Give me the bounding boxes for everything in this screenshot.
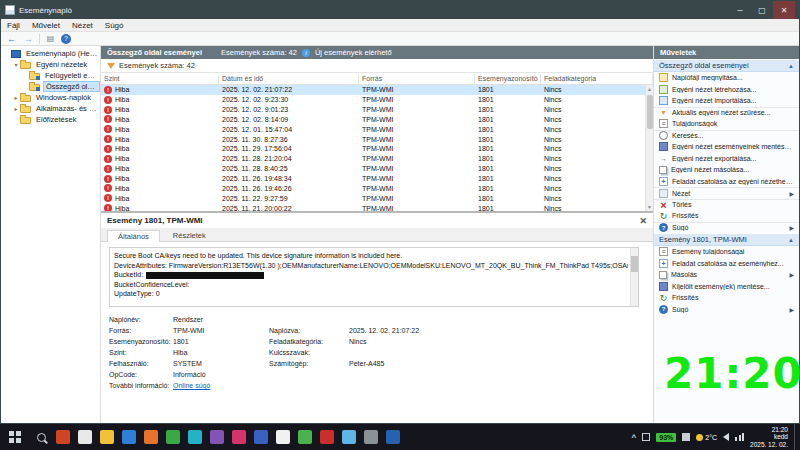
toolbar-help-icon[interactable] [61, 34, 71, 44]
menu-item[interactable]: Művelet [26, 21, 66, 30]
volume-icon[interactable] [723, 433, 729, 441]
taskbar-app-button[interactable] [294, 424, 316, 450]
column-header[interactable]: Forrás [359, 74, 475, 84]
event-row[interactable]: Hiba 2025. 12. 02. 9:23:30 TPM-WMI 1801 … [101, 95, 645, 105]
event-row[interactable]: Hiba 2025. 12. 02. 21:07:22 TPM-WMI 1801… [101, 85, 645, 95]
event-row[interactable]: Hiba 2025. 11. 30. 8:27:36 TPM-WMI 1801 … [101, 134, 645, 144]
tree-item[interactable]: Eseménynapló (Helyi) [1, 48, 100, 59]
action-item[interactable]: Feladat csatolása az eseményhez... [654, 258, 799, 270]
tray-icon[interactable] [682, 433, 690, 441]
event-row[interactable]: Hiba 2025. 11. 28. 21:20:04 TPM-WMI 1801… [101, 154, 645, 164]
taskbar-clock[interactable]: 21:20 kedd 2025. 12. 02. [750, 426, 788, 449]
taskbar-app-button[interactable] [382, 424, 404, 450]
taskbar-app-button[interactable] [272, 424, 294, 450]
back-icon[interactable] [5, 33, 18, 44]
action-item[interactable]: Feladat csatolása az egyéni nézethez... [654, 176, 799, 188]
tree-item[interactable]: Felügyeleti események [1, 70, 100, 81]
show-desktop-button[interactable] [794, 424, 798, 450]
scroll-down-icon[interactable] [647, 203, 652, 211]
start-button[interactable] [0, 424, 30, 450]
action-item[interactable]: Esemény tulajdonságai [654, 246, 799, 258]
scroll-up-icon[interactable] [647, 85, 652, 93]
expand-arrow-icon[interactable]: ▸ [12, 105, 20, 112]
forward-icon[interactable] [22, 33, 35, 44]
taskbar-app-button[interactable] [118, 424, 140, 450]
event-row[interactable]: Hiba 2025. 11. 26. 19:48:34 TPM-WMI 1801… [101, 174, 645, 184]
action-item[interactable]: Egyéni nézet eseményeinek mentése más... [654, 141, 799, 153]
network-icon[interactable] [735, 433, 744, 441]
action-item[interactable]: Egyéni nézet importálása... [654, 95, 799, 107]
hidden-icons-icon[interactable] [632, 433, 637, 442]
action-group-header[interactable]: Összegző oldal eseményei [654, 59, 799, 72]
scrollbar-thumb[interactable] [647, 95, 653, 129]
close-detail-icon[interactable] [639, 216, 647, 226]
action-item[interactable]: Nézet [654, 187, 799, 199]
action-item[interactable]: Tulajdonságok [654, 118, 799, 130]
collapse-icon[interactable] [788, 237, 794, 243]
action-item[interactable]: Súgó [654, 304, 799, 316]
event-row[interactable]: Hiba 2025. 12. 01. 15:47:04 TPM-WMI 1801… [101, 124, 645, 134]
taskbar-app-button[interactable] [360, 424, 382, 450]
event-row[interactable]: Hiba 2025. 12. 02. 9:01:23 TPM-WMI 1801 … [101, 105, 645, 115]
taskbar-app-button[interactable] [250, 424, 272, 450]
detail-tab[interactable]: Részletek [162, 229, 217, 241]
maximize-button[interactable] [751, 1, 773, 19]
taskbar-app-button[interactable] [206, 424, 228, 450]
event-row[interactable]: Hiba 2025. 11. 22. 9:27:59 TPM-WMI 1801 … [101, 193, 645, 203]
action-item[interactable]: Frissítés [654, 210, 799, 222]
event-row[interactable]: Hiba 2025. 12. 02. 8:14:09 TPM-WMI 1801 … [101, 115, 645, 125]
battery-indicator[interactable]: 93% [656, 433, 676, 442]
menu-item[interactable]: Fájl [1, 21, 26, 30]
taskbar-app-button[interactable] [184, 424, 206, 450]
action-group-header[interactable]: Esemény 1801, TPM-WMI [654, 233, 799, 246]
menu-item[interactable]: Nézet [66, 21, 99, 30]
action-item[interactable]: Egyéni nézet exportálása... [654, 153, 799, 165]
action-item[interactable]: Egyéni nézet másolása... [654, 164, 799, 176]
column-header[interactable]: Dátum és idő [219, 74, 359, 84]
taskbar-app-button[interactable] [316, 424, 338, 450]
column-header[interactable]: Eseményazonosító [475, 74, 541, 84]
action-item[interactable]: Súgó [654, 222, 799, 234]
action-item[interactable]: Törlés [654, 199, 799, 211]
taskbar-app-button[interactable] [74, 424, 96, 450]
action-item[interactable]: Kijelölt esemény(ek) mentése... [654, 281, 799, 293]
action-item[interactable]: Aktuális egyéni nézet szűrése... [654, 107, 799, 119]
collapse-icon[interactable] [788, 63, 794, 69]
action-item[interactable]: Egyéni nézet létrehozása... [654, 84, 799, 96]
weather-indicator[interactable]: 2°C [696, 434, 717, 441]
event-row[interactable]: Hiba 2025. 11. 26. 19:46:26 TPM-WMI 1801… [101, 183, 645, 193]
event-row[interactable]: Hiba 2025. 11. 21. 20:00:22 TPM-WMI 1801… [101, 203, 645, 211]
column-header[interactable]: Feladatkategória [541, 74, 653, 84]
taskbar-app-button[interactable] [338, 424, 360, 450]
action-item[interactable]: Frissítés [654, 292, 799, 304]
tree-item[interactable]: ▾ Egyéni nézetek [1, 59, 100, 70]
taskbar-app-button[interactable] [96, 424, 118, 450]
detail-tab[interactable]: Általános [107, 230, 160, 242]
action-item[interactable]: Keresés... [654, 130, 799, 142]
event-row[interactable]: Hiba 2025. 11. 29. 17:56:04 TPM-WMI 1801… [101, 144, 645, 154]
tree-item[interactable]: Összegző oldal eseményei [1, 81, 100, 92]
tray-icon[interactable] [642, 433, 650, 441]
show-console-tree-icon[interactable] [44, 33, 57, 44]
column-header[interactable]: Szint [101, 74, 219, 84]
action-item[interactable]: Naplófájl megnyitása... [654, 72, 799, 84]
taskbar-app-button[interactable] [140, 424, 162, 450]
taskbar-search-icon[interactable] [30, 424, 52, 450]
vertical-scrollbar[interactable] [645, 85, 653, 211]
menu-item[interactable]: Súgó [99, 21, 130, 30]
expand-arrow-icon[interactable]: ▾ [12, 61, 20, 68]
close-button[interactable] [773, 1, 795, 19]
action-item[interactable]: Másolás [654, 269, 799, 281]
title-bar[interactable]: Eseménynapló [1, 1, 799, 19]
taskbar-app-button[interactable] [228, 424, 250, 450]
taskbar-app-button[interactable] [162, 424, 184, 450]
tree-item[interactable]: Előfizetések [1, 114, 100, 125]
expand-arrow-icon[interactable]: ▸ [12, 94, 20, 101]
event-row[interactable]: Hiba 2025. 11. 28. 8:40:25 TPM-WMI 1801 … [101, 164, 645, 174]
event-date: 2025. 11. 26. 19:46:26 [219, 185, 359, 192]
taskbar-app-button[interactable] [52, 424, 74, 450]
tree-item[interactable]: ▸ Windows-naplók [1, 92, 100, 103]
tree-item[interactable]: ▸ Alkalmazás- és szolgáltatásn... [1, 103, 100, 114]
minimize-button[interactable] [729, 1, 751, 19]
field-value[interactable]: Online súgó [173, 380, 269, 391]
